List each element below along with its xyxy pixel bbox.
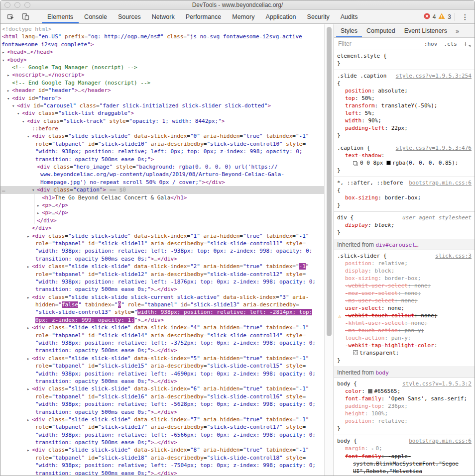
css-property[interactable]: touch-action: pan-y; — [337, 334, 472, 342]
tree-scrollbar[interactable] — [324, 24, 334, 476]
dom-tree-line[interactable]: ▸<div class="slide slick-slide" data-sli… — [0, 446, 324, 454]
css-selector[interactable]: .caption { — [337, 145, 370, 151]
dom-tree-line[interactable]: ▸<div class="slide slick-slide" data-sli… — [0, 263, 324, 270]
dom-tree-line[interactable]: <html lang="en-US" prefix="og: http://og… — [0, 33, 324, 40]
css-property[interactable]: margin: ▸0; — [337, 445, 472, 453]
dom-tree-line[interactable]: role="tabpanel" id="slick-slide12" aria-… — [0, 271, 324, 278]
tab-application[interactable]: Application — [260, 10, 301, 23]
css-property-value[interactable]: none; — [421, 312, 437, 319]
dom-tree-line[interactable]: ▸<noscript>…</noscript> — [0, 71, 324, 79]
css-property-name[interactable]: font-family — [345, 395, 381, 402]
collapsed-arrow-icon[interactable]: ▸ — [2, 49, 7, 56]
more-options-icon[interactable]: ⋮ — [459, 13, 472, 21]
css-property[interactable]: -ms-user-select: none; — [337, 297, 472, 304]
css-property[interactable]: -ms-touch-action: pan-y; — [337, 327, 472, 334]
collapsed-arrow-icon[interactable]: ▸ — [27, 294, 32, 301]
css-property-value[interactable]: 'Open Sans', sans-serif; — [388, 395, 467, 402]
css-property[interactable]: color: #656565; — [337, 387, 472, 395]
css-selector[interactable]: *, ::after, ::before — [337, 180, 403, 186]
dom-tree-line[interactable]: "width: 938px; position: relative; left:… — [0, 400, 324, 408]
dom-tree-line[interactable]: "width: 938px; position: relative; left:… — [0, 278, 324, 286]
css-property[interactable]: font-family: 'Open Sans', sans-serif; — [337, 395, 472, 402]
css-property-value[interactable]: 0; — [375, 445, 382, 452]
css-property-value[interactable]: none; — [401, 297, 418, 304]
color-swatch[interactable] — [368, 389, 372, 393]
css-property-value[interactable]: 100%; — [371, 410, 388, 417]
collapsed-arrow-icon[interactable]: ▸ — [7, 72, 12, 79]
dom-tree-line[interactable]: role="tabpanel" id="slick-slide15" aria-… — [0, 362, 324, 370]
collapsed-arrow-icon[interactable]: ▸ — [27, 324, 32, 332]
css-property[interactable]: width: 90%; — [337, 117, 472, 124]
css-property[interactable]: user-select: none; — [337, 304, 472, 312]
scrollbar-thumb[interactable] — [327, 27, 332, 336]
dom-tree-line[interactable]: role="tabpanel" id="slick-slide18" aria-… — [0, 454, 324, 462]
css-property[interactable]: display: block; — [337, 267, 472, 275]
dom-tree-line[interactable]: "slick-slide-control13" style="width: 93… — [0, 308, 324, 316]
css-property-value[interactable]: transparent; — [359, 350, 399, 356]
css-property-name[interactable]: -webkit-user-select — [345, 283, 408, 289]
expanded-arrow-icon[interactable]: ▾ — [7, 95, 12, 102]
css-property-name[interactable]: -webkit-tap-highlight-color — [345, 342, 434, 349]
css-property-name[interactable]: touch-action — [345, 335, 384, 341]
css-property-name[interactable]: padding-top — [345, 403, 381, 409]
tab-security[interactable]: Security — [302, 10, 335, 23]
warning-icon[interactable] — [438, 12, 445, 21]
dom-tree-selected-node[interactable]: …▾<div class="caption"> == $0 — [0, 186, 324, 193]
tab-memory[interactable]: Memory — [227, 10, 260, 23]
css-property-name[interactable]: -ms-user-select — [345, 297, 394, 304]
dom-tree-line[interactable]: </div> — [0, 217, 324, 224]
css-property-name[interactable]: height — [345, 410, 365, 417]
css-property[interactable]: -khtml-user-select: none; — [337, 319, 472, 327]
css-selector[interactable]: body { — [337, 381, 357, 387]
css-property[interactable]: -moz-user-select: none; — [337, 289, 472, 297]
css-selector[interactable]: body { — [337, 438, 357, 444]
css-property[interactable]: ⚠-webkit-touch-callout: none; — [337, 312, 472, 319]
dom-tree-line[interactable]: transition: opacity 500ms ease 0s;">…</d… — [0, 439, 324, 446]
css-property-name[interactable]: top — [345, 95, 355, 101]
dom-tree-line[interactable]: transition: opacity 500ms ease 0s;">…</d… — [0, 408, 324, 416]
hov-toggle-button[interactable]: :hov — [424, 41, 438, 47]
device-toolbar-icon[interactable] — [19, 11, 31, 22]
css-property-value[interactable]: 5%; — [365, 110, 375, 116]
inherited-from-element[interactable]: div#carousel… — [375, 242, 418, 248]
css-property-value[interactable]: 0 0 8px — [360, 160, 386, 166]
error-icon[interactable] — [424, 12, 430, 21]
css-property-name[interactable]: box-sizing — [345, 194, 378, 201]
shadow-editor-icon[interactable] — [353, 161, 357, 165]
color-swatch[interactable] — [386, 161, 391, 165]
dom-tree-line[interactable]: ▾<div id="hero"> — [0, 95, 324, 102]
dom-tree-line[interactable]: <h1>The Go Beyond Celiac Concert & Gala<… — [0, 194, 324, 201]
tab-network[interactable]: Network — [146, 10, 180, 23]
dom-tree-line[interactable]: transition: opacity 500ms ease 0s;">…</d… — [0, 286, 324, 293]
tab-elements[interactable]: Elements — [42, 10, 79, 23]
css-property[interactable]: display: block; — [337, 221, 472, 229]
css-property[interactable]: box-sizing: border-box; — [337, 194, 472, 201]
dom-tree-line[interactable]: www.beyondceliac.org/wp-content/uploads/… — [0, 171, 324, 178]
transparent-color-swatch[interactable] — [353, 350, 358, 355]
dom-tree-line[interactable]: ▸<div class="slide slick-slide" data-sli… — [0, 385, 324, 392]
css-property-value[interactable]: relative; — [378, 418, 408, 424]
sidebar-tab-event-listeners[interactable]: Event Listeners — [400, 24, 452, 37]
dom-tree-line[interactable]: ▾<body> — [0, 56, 324, 64]
styles-filter-input[interactable] — [338, 40, 415, 47]
css-property-name[interactable]: -webkit-touch-callout — [345, 312, 414, 319]
css-property-name[interactable]: padding-left — [345, 125, 384, 131]
node-options-ellipsis[interactable]: … — [2, 186, 5, 193]
css-property[interactable]: Neue",Arial,sans-serif,"Apple Color — [337, 475, 472, 476]
css-property-value[interactable]: rgba(0, 0, 0, 0.85); — [392, 160, 458, 166]
dom-tree-line[interactable]: transition: opacity 500ms ease 0s;"> — [0, 156, 324, 163]
collapsed-arrow-icon[interactable]: ▸ — [27, 233, 32, 240]
dom-tree-line[interactable]: hidden="false" tabindex="0" role="tabpan… — [0, 301, 324, 308]
css-property-name[interactable]: color — [345, 388, 361, 394]
css-property-value[interactable]: border-box; — [384, 275, 421, 282]
dom-tree-line[interactable]: transition: opacity 500ms ease 0s;">…</d… — [0, 347, 324, 354]
css-property-value[interactable]: UI",Roboto,"Helvetica — [353, 468, 422, 475]
dom-tree-line[interactable]: ▾<div id="carousel" class="fader slick-i… — [0, 102, 324, 109]
css-property-name[interactable]: user-select — [345, 305, 381, 311]
css-property-value[interactable]: 90%; — [368, 117, 381, 124]
css-property[interactable]: text-shadow: — [337, 152, 472, 159]
sidebar-tab-styles[interactable]: Styles — [336, 24, 362, 37]
css-property[interactable]: position: relative; — [337, 417, 472, 425]
css-property[interactable]: 0 0 8px rgba(0, 0, 0, 0.85); — [337, 159, 472, 167]
collapsed-arrow-icon[interactable]: ▸ — [37, 202, 42, 209]
